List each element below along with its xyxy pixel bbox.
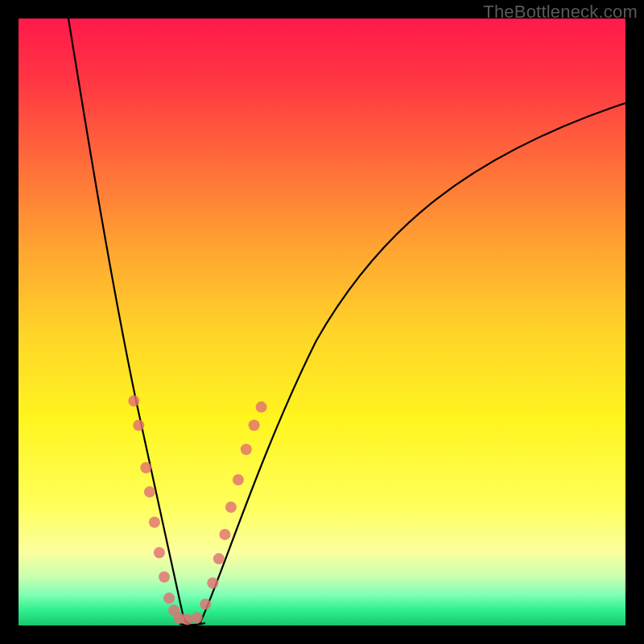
scatter-dot xyxy=(225,502,237,513)
scatter-dot xyxy=(207,577,218,588)
scatter-dot xyxy=(256,402,267,413)
chart-frame: TheBottleneck.com xyxy=(0,0,644,644)
scatter-dot xyxy=(200,599,211,610)
scatter-markers xyxy=(128,395,266,625)
scatter-dot xyxy=(163,592,175,604)
scatter-dot xyxy=(182,614,193,625)
scatter-dot xyxy=(213,553,225,564)
scatter-dot xyxy=(233,474,244,485)
scatter-dot xyxy=(154,547,165,559)
scatter-dot xyxy=(219,529,230,540)
scatter-dot xyxy=(140,462,151,473)
right-branch xyxy=(200,103,625,624)
scatter-dot xyxy=(249,419,260,431)
scatter-dot xyxy=(128,395,139,407)
scatter-dot xyxy=(133,419,144,431)
watermark-text: TheBottleneck.com xyxy=(483,2,638,23)
scatter-dot xyxy=(192,612,203,623)
curves-layer xyxy=(19,19,625,625)
scatter-dot xyxy=(241,444,252,455)
left-branch xyxy=(68,19,190,624)
scatter-dot xyxy=(149,517,160,528)
scatter-dot xyxy=(159,572,170,583)
plot-area xyxy=(19,19,625,625)
scatter-dot xyxy=(144,486,155,497)
